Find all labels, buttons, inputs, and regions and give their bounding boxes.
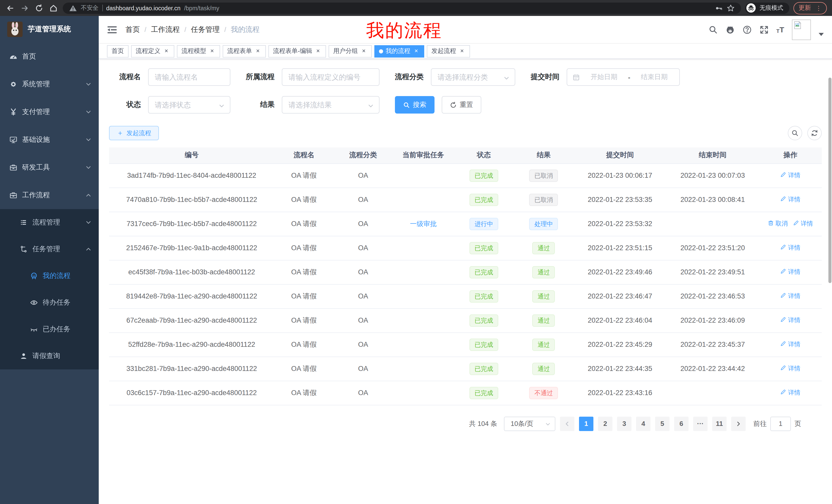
close-tab-icon[interactable]: × [361, 48, 367, 54]
create-process-button[interactable]: ＋ 发起流程 [109, 126, 159, 140]
sidebar-item[interactable]: 待办任务 [0, 289, 99, 316]
sidebar-menu: 首页系统管理支付管理基础设施研发工具工作流程流程管理任务管理我的流程待办任务已办… [0, 43, 99, 369]
detail-link[interactable]: 详情 [780, 268, 800, 276]
github-icon[interactable] [725, 25, 734, 34]
filter-process-label: 所属流程 [246, 73, 275, 82]
process-name-input[interactable] [149, 69, 230, 85]
detail-link[interactable]: 详情 [793, 219, 813, 228]
tag-tab-label: 流程定义 [136, 47, 160, 55]
reload-icon[interactable] [34, 3, 44, 13]
avatar-menu-caret[interactable] [818, 33, 824, 36]
tag-tab[interactable]: 流程模型× [177, 45, 220, 57]
fullscreen-icon[interactable] [759, 25, 769, 34]
home-icon[interactable] [48, 3, 59, 13]
tag-tab[interactable]: 流程表单× [223, 45, 266, 57]
end-date-placeholder[interactable]: 结束日期 [634, 73, 674, 82]
sidebar-item[interactable]: 系统管理 [0, 71, 99, 98]
result-badge: 已取消 [529, 193, 558, 206]
tag-tab[interactable]: 首页 [107, 45, 129, 57]
page-number-button[interactable]: 5 [655, 416, 670, 431]
sidebar-item[interactable]: 基础设施 [0, 126, 99, 153]
goto-page-input[interactable] [770, 416, 791, 431]
cell-result: 通过 [514, 308, 574, 332]
cell-end-time: 2022-01-22 23:49:51 [667, 260, 759, 284]
sidebar-toggle-icon[interactable] [107, 24, 117, 35]
page-number-button[interactable]: 1 [579, 416, 593, 431]
font-size-icon[interactable]: TT [776, 25, 784, 34]
close-tab-icon[interactable]: × [459, 48, 465, 54]
status-select[interactable] [148, 96, 230, 114]
current-task-link[interactable]: 一级审批 [410, 220, 437, 227]
search-icon[interactable] [708, 25, 718, 34]
page-number-button[interactable]: 11 [712, 416, 727, 431]
detail-link[interactable]: 详情 [780, 171, 800, 180]
close-tab-icon[interactable]: × [255, 48, 261, 54]
page-number-button[interactable]: 6 [674, 416, 688, 431]
sidebar-item[interactable]: 我的流程 [0, 262, 99, 289]
detail-link[interactable]: 详情 [780, 340, 800, 349]
sidebar-item[interactable]: 请假查询 [0, 343, 99, 369]
result-select[interactable] [282, 96, 380, 114]
detail-link[interactable]: 详情 [780, 244, 800, 252]
sidebar-item[interactable]: 流程管理 [0, 209, 99, 236]
update-label[interactable]: 更新 [799, 4, 811, 12]
app-logo-row[interactable]: 芋道管理系统 [0, 16, 99, 43]
sidebar-item[interactable]: 任务管理 [0, 236, 99, 262]
show-search-button[interactable] [788, 126, 802, 140]
warning-icon [69, 4, 77, 12]
close-tab-icon[interactable]: × [315, 48, 321, 54]
prev-page-button[interactable] [560, 416, 574, 431]
breadcrumb-home[interactable]: 首页 [126, 25, 140, 34]
cancel-link[interactable]: 取消 [768, 219, 788, 228]
detail-link[interactable]: 详情 [780, 364, 800, 373]
breadcrumb-task[interactable]: 任务管理 [191, 25, 220, 34]
back-icon[interactable] [5, 3, 16, 13]
column-header: 提交时间 [574, 147, 666, 163]
close-tab-icon[interactable]: × [163, 48, 170, 54]
tag-tab[interactable]: 流程表单-编辑× [268, 45, 326, 57]
toolbox-icon [9, 163, 18, 172]
close-tab-icon[interactable]: × [209, 48, 215, 54]
detail-link[interactable]: 详情 [780, 195, 800, 204]
breadcrumb-workflow[interactable]: 工作流程 [151, 25, 180, 34]
cell-name: OA 请假 [274, 188, 334, 212]
sidebar-item[interactable]: 已办任务 [0, 316, 99, 343]
forward-icon[interactable] [20, 3, 30, 13]
detail-link[interactable]: 详情 [780, 388, 800, 397]
tag-tab[interactable]: 流程定义× [131, 45, 174, 57]
page-number-button[interactable]: 4 [636, 416, 650, 431]
tag-tab[interactable]: 发起流程× [427, 45, 470, 57]
date-range-picker[interactable]: 开始日期 - 结束日期 [567, 68, 680, 86]
address-bar[interactable]: 不安全 dashboard.yudao.iocoder.cn/bpm/task/… [63, 2, 741, 13]
sidebar-item[interactable]: 支付管理 [0, 98, 99, 126]
close-tab-icon[interactable]: × [413, 48, 420, 54]
tag-tab[interactable]: 我的流程× [374, 45, 424, 57]
browser-menu-icon[interactable]: ⋮ [815, 5, 822, 11]
detail-link[interactable]: 详情 [780, 316, 800, 325]
page-number-button[interactable]: 3 [617, 416, 631, 431]
process-id-input[interactable] [282, 69, 379, 85]
category-select[interactable] [431, 68, 515, 86]
security-label[interactable]: 不安全 [81, 4, 99, 12]
help-icon[interactable] [742, 25, 752, 34]
scrollbar-thumb[interactable] [828, 78, 831, 283]
detail-link[interactable]: 详情 [780, 292, 800, 301]
cell-submit-time: 2022-01-22 23:45:29 [574, 332, 666, 357]
page-number-button[interactable]: 2 [598, 416, 613, 431]
start-date-placeholder[interactable]: 开始日期 [584, 73, 624, 82]
next-page-button[interactable] [731, 416, 746, 431]
search-button[interactable]: 搜索 [395, 96, 435, 114]
avatar[interactable] [792, 19, 811, 40]
sidebar-item[interactable]: 首页 [0, 43, 99, 71]
page-size-select[interactable]: 10条/页 [504, 416, 555, 431]
bookmark-star-icon[interactable] [727, 4, 735, 12]
password-key-icon[interactable] [715, 4, 723, 12]
table-row: 819442e8-7b9a-11ec-a290-acde48001122OA 请… [109, 284, 822, 308]
sidebar-item[interactable]: 工作流程 [0, 181, 99, 209]
update-button[interactable]: 更新 ⋮ [794, 2, 827, 14]
more-pages-button[interactable]: ··· [693, 416, 707, 431]
refresh-table-button[interactable] [807, 126, 822, 140]
tag-tab[interactable]: 用户分组× [329, 45, 372, 57]
sidebar-item[interactable]: 研发工具 [0, 153, 99, 181]
reset-button[interactable]: 重置 [442, 96, 481, 114]
